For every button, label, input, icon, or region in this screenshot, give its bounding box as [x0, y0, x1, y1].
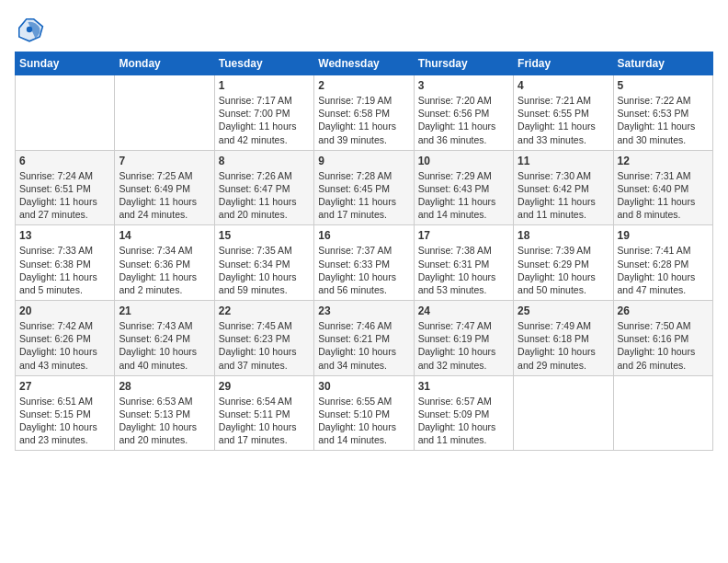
day-number: 1	[219, 79, 310, 92]
calendar-cell: 6Sunrise: 7:24 AM Sunset: 6:51 PM Daylig…	[16, 150, 115, 225]
day-number: 31	[418, 380, 509, 393]
calendar-cell: 14Sunrise: 7:34 AM Sunset: 6:36 PM Dayli…	[115, 225, 214, 301]
day-number: 26	[618, 304, 709, 317]
day-of-week-header: Wednesday	[314, 52, 414, 75]
calendar-cell: 16Sunrise: 7:37 AM Sunset: 6:33 PM Dayli…	[314, 225, 414, 301]
day-number: 7	[119, 155, 210, 167]
calendar-cell: 20Sunrise: 7:42 AM Sunset: 6:26 PM Dayli…	[16, 301, 115, 376]
day-number: 21	[119, 304, 210, 317]
calendar: SundayMondayTuesdayWednesdayThursdayFrid…	[15, 52, 713, 451]
calendar-week-row: 1Sunrise: 7:17 AM Sunset: 7:00 PM Daylig…	[16, 75, 713, 151]
day-of-week-header: Friday	[514, 52, 613, 75]
calendar-cell: 9Sunrise: 7:28 AM Sunset: 6:45 PM Daylig…	[314, 150, 414, 225]
day-info: Sunrise: 6:51 AM Sunset: 5:15 PM Dayligh…	[19, 395, 110, 447]
day-of-week-header: Monday	[115, 52, 214, 75]
day-info: Sunrise: 7:34 AM Sunset: 6:36 PM Dayligh…	[119, 244, 210, 296]
calendar-cell: 21Sunrise: 7:43 AM Sunset: 6:24 PM Dayli…	[115, 301, 214, 376]
svg-point-2	[27, 27, 32, 32]
day-number: 9	[318, 155, 409, 167]
day-number: 14	[119, 229, 210, 242]
day-info: Sunrise: 7:29 AM Sunset: 6:43 PM Dayligh…	[418, 169, 509, 222]
day-info: Sunrise: 7:26 AM Sunset: 6:47 PM Dayligh…	[219, 169, 310, 222]
day-number: 2	[318, 79, 409, 92]
calendar-cell: 22Sunrise: 7:45 AM Sunset: 6:23 PM Dayli…	[214, 301, 313, 376]
day-number: 22	[219, 304, 310, 317]
calendar-cell: 19Sunrise: 7:41 AM Sunset: 6:28 PM Dayli…	[613, 225, 712, 301]
day-number: 28	[119, 380, 210, 393]
day-info: Sunrise: 7:39 AM Sunset: 6:29 PM Dayligh…	[518, 244, 609, 296]
day-of-week-header: Sunday	[16, 52, 115, 75]
day-number: 5	[618, 79, 709, 92]
calendar-cell: 5Sunrise: 7:22 AM Sunset: 6:53 PM Daylig…	[613, 75, 712, 151]
day-info: Sunrise: 7:42 AM Sunset: 6:26 PM Dayligh…	[19, 319, 110, 372]
calendar-week-row: 20Sunrise: 7:42 AM Sunset: 6:26 PM Dayli…	[16, 301, 713, 376]
day-number: 8	[219, 155, 310, 167]
logo-icon	[15, 15, 44, 44]
calendar-week-row: 6Sunrise: 7:24 AM Sunset: 6:51 PM Daylig…	[16, 150, 713, 225]
calendar-cell: 29Sunrise: 6:54 AM Sunset: 5:11 PM Dayli…	[214, 375, 313, 451]
calendar-cell: 23Sunrise: 7:46 AM Sunset: 6:21 PM Dayli…	[314, 301, 414, 376]
logo	[15, 15, 48, 44]
day-info: Sunrise: 6:53 AM Sunset: 5:13 PM Dayligh…	[119, 395, 210, 447]
day-info: Sunrise: 7:17 AM Sunset: 7:00 PM Dayligh…	[219, 94, 310, 146]
calendar-cell: 2Sunrise: 7:19 AM Sunset: 6:58 PM Daylig…	[314, 75, 414, 151]
day-number: 15	[219, 229, 310, 242]
calendar-cell: 31Sunrise: 6:57 AM Sunset: 5:09 PM Dayli…	[414, 375, 513, 451]
calendar-cell: 11Sunrise: 7:30 AM Sunset: 6:42 PM Dayli…	[514, 150, 613, 225]
day-info: Sunrise: 7:43 AM Sunset: 6:24 PM Dayligh…	[119, 319, 210, 372]
day-number: 16	[318, 229, 409, 242]
day-info: Sunrise: 7:47 AM Sunset: 6:19 PM Dayligh…	[418, 319, 509, 372]
day-info: Sunrise: 7:19 AM Sunset: 6:58 PM Dayligh…	[318, 94, 409, 146]
day-number: 6	[19, 155, 110, 167]
day-info: Sunrise: 7:33 AM Sunset: 6:38 PM Dayligh…	[19, 244, 110, 296]
calendar-cell	[16, 75, 115, 151]
day-number: 23	[318, 304, 409, 317]
day-number: 25	[518, 304, 609, 317]
day-number: 18	[518, 229, 609, 242]
day-of-week-header: Tuesday	[214, 52, 313, 75]
day-info: Sunrise: 7:37 AM Sunset: 6:33 PM Dayligh…	[318, 244, 409, 296]
day-info: Sunrise: 7:45 AM Sunset: 6:23 PM Dayligh…	[219, 319, 310, 372]
day-of-week-header: Saturday	[613, 52, 712, 75]
day-number: 12	[618, 155, 709, 167]
day-number: 24	[418, 304, 509, 317]
day-info: Sunrise: 7:49 AM Sunset: 6:18 PM Dayligh…	[518, 319, 609, 372]
day-info: Sunrise: 7:22 AM Sunset: 6:53 PM Dayligh…	[618, 94, 709, 146]
calendar-week-row: 27Sunrise: 6:51 AM Sunset: 5:15 PM Dayli…	[16, 375, 713, 451]
day-info: Sunrise: 7:20 AM Sunset: 6:56 PM Dayligh…	[418, 94, 509, 146]
day-number: 11	[518, 155, 609, 167]
calendar-cell	[514, 375, 613, 451]
day-info: Sunrise: 7:28 AM Sunset: 6:45 PM Dayligh…	[318, 169, 409, 222]
calendar-cell: 28Sunrise: 6:53 AM Sunset: 5:13 PM Dayli…	[115, 375, 214, 451]
day-number: 13	[19, 229, 110, 242]
day-info: Sunrise: 7:30 AM Sunset: 6:42 PM Dayligh…	[518, 169, 609, 222]
calendar-week-row: 13Sunrise: 7:33 AM Sunset: 6:38 PM Dayli…	[16, 225, 713, 301]
day-number: 27	[19, 380, 110, 393]
calendar-cell	[613, 375, 712, 451]
day-info: Sunrise: 6:54 AM Sunset: 5:11 PM Dayligh…	[219, 395, 310, 447]
calendar-cell: 8Sunrise: 7:26 AM Sunset: 6:47 PM Daylig…	[214, 150, 313, 225]
calendar-cell: 3Sunrise: 7:20 AM Sunset: 6:56 PM Daylig…	[414, 75, 513, 151]
day-info: Sunrise: 7:46 AM Sunset: 6:21 PM Dayligh…	[318, 319, 409, 372]
calendar-cell	[115, 75, 214, 151]
day-number: 3	[418, 79, 509, 92]
day-of-week-header: Thursday	[414, 52, 513, 75]
day-number: 30	[318, 380, 409, 393]
day-number: 20	[19, 304, 110, 317]
calendar-cell: 13Sunrise: 7:33 AM Sunset: 6:38 PM Dayli…	[16, 225, 115, 301]
calendar-cell: 27Sunrise: 6:51 AM Sunset: 5:15 PM Dayli…	[16, 375, 115, 451]
day-number: 10	[418, 155, 509, 167]
calendar-cell: 26Sunrise: 7:50 AM Sunset: 6:16 PM Dayli…	[613, 301, 712, 376]
day-number: 19	[618, 229, 709, 242]
day-info: Sunrise: 7:50 AM Sunset: 6:16 PM Dayligh…	[618, 319, 709, 372]
day-info: Sunrise: 6:57 AM Sunset: 5:09 PM Dayligh…	[418, 395, 509, 447]
calendar-cell: 18Sunrise: 7:39 AM Sunset: 6:29 PM Dayli…	[514, 225, 613, 301]
calendar-cell: 12Sunrise: 7:31 AM Sunset: 6:40 PM Dayli…	[613, 150, 712, 225]
day-number: 4	[518, 79, 609, 92]
calendar-cell: 24Sunrise: 7:47 AM Sunset: 6:19 PM Dayli…	[414, 301, 513, 376]
calendar-cell: 1Sunrise: 7:17 AM Sunset: 7:00 PM Daylig…	[214, 75, 313, 151]
calendar-cell: 30Sunrise: 6:55 AM Sunset: 5:10 PM Dayli…	[314, 375, 414, 451]
page-header	[15, 15, 713, 44]
day-info: Sunrise: 7:38 AM Sunset: 6:31 PM Dayligh…	[418, 244, 509, 296]
day-number: 29	[219, 380, 310, 393]
